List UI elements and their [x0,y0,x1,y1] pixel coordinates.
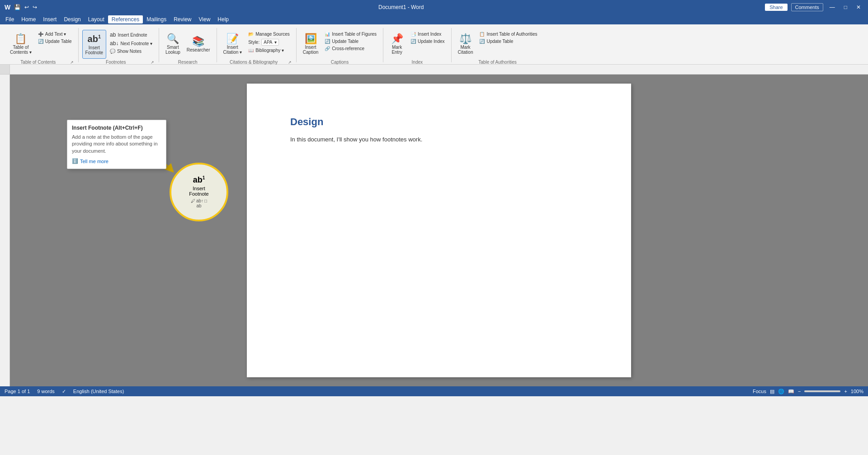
next-footnote-button[interactable]: ab↓ Next Footnote ▾ [107,39,155,47]
insert-footnote-icon: ab1 [88,34,101,44]
menu-insert[interactable]: Insert [39,15,60,23]
tooltip-link-label[interactable]: Tell me more [80,159,108,164]
close-button[interactable]: ✕ [854,3,863,11]
menu-review[interactable]: Review [170,15,195,23]
toc-label: Table ofContents ▾ [10,45,32,55]
ribbon: 📋 Table ofContents ▾ ➕ Add Text ▾ 🔄 Upda… [0,24,868,65]
update-toa-icon: 🔄 [479,39,485,44]
zoom-in-button[interactable]: + [844,389,847,394]
toc-icon: 📋 [14,34,27,44]
style-select[interactable]: APA ▾ [261,39,278,46]
update-table-toc-button[interactable]: 🔄 Update Table [35,38,75,45]
update-index-button[interactable]: 🔄 Update Index [408,38,448,45]
insert-endnote-button[interactable]: ab Insert Endnote [107,31,155,39]
maximize-button[interactable]: □ [841,3,850,11]
quick-access-undo[interactable]: ↩ [24,4,29,10]
doc-page: Design In this document, I'll show you h… [247,84,631,377]
style-chevron: ▾ [274,40,277,45]
update-toa-button[interactable]: 🔄 Update Table [476,38,540,45]
group-table-of-authorities: ⚖️ MarkCitation 📋 Insert Table of Author… [452,28,544,62]
language-icon: ✓ [62,389,66,394]
insert-caption-button[interactable]: 🖼️ InsertCaption [300,30,321,59]
insert-toa-icon: 📋 [479,32,485,37]
researcher-button[interactable]: 📚 Researcher [184,30,213,59]
info-icon: ℹ️ [72,158,78,164]
citations-expand-icon[interactable]: ↗ [287,60,292,65]
menu-layout[interactable]: Layout [85,15,108,23]
menu-references[interactable]: References [108,15,143,23]
mark-entry-icon: 📌 [391,34,403,44]
menu-help[interactable]: Help [214,15,232,23]
doc-body[interactable]: In this document, I'll show you how foot… [290,135,588,144]
menu-mailings[interactable]: Mailings [143,15,170,23]
tooltip-description: Add a note at the bottom of the page pro… [72,134,161,155]
menu-design[interactable]: Design [60,15,84,23]
insert-footnote-button[interactable]: ab1 InsertFootnote [82,30,106,59]
show-notes-button[interactable]: 💬 Show Notes [107,48,155,55]
menu-home[interactable]: Home [18,15,39,23]
group-footnotes-items: ab1 InsertFootnote ab Insert Endnote ab↓… [82,30,155,59]
update-table-toc-label: Update Table [45,39,72,44]
cross-reference-button[interactable]: 🔗 Cross-reference [322,45,379,52]
insert-caption-icon: 🖼️ [305,34,317,44]
group-table-of-contents: 📋 Table ofContents ▾ ➕ Add Text ▾ 🔄 Upda… [4,28,79,62]
toa-small-group: 📋 Insert Table of Authorities 🔄 Update T… [476,30,540,46]
share-button[interactable]: Share [765,4,787,11]
mark-citation-icon: ⚖️ [459,34,472,44]
style-value: APA [264,40,272,45]
manage-sources-icon: 📂 [248,32,254,37]
read-mode-icon[interactable]: 📖 [788,389,794,394]
table-of-contents-button[interactable]: 📋 Table ofContents ▾ [7,30,34,59]
group-captions: 🖼️ InsertCaption 📊 Insert Table of Figur… [297,28,383,62]
circle-label: Insert Footnote [189,186,208,197]
focus-label[interactable]: Focus [753,389,766,394]
menu-file[interactable]: File [2,15,18,23]
status-bar: Page 1 of 1 9 words ✓ English (United St… [0,386,868,396]
doc-heading: Design [290,116,588,128]
manage-sources-button[interactable]: 📂 Manage Sources [245,31,292,38]
researcher-label: Researcher [187,47,210,52]
insert-table-of-figures-button[interactable]: 📊 Insert Table of Figures [322,31,379,38]
citations-small-group: 📂 Manage Sources Style: APA ▾ 📖 Bibliogr… [245,30,292,55]
page-count: Page 1 of 1 [5,389,30,394]
comments-button[interactable]: Comments [791,3,823,11]
minimize-button[interactable]: — [827,3,838,11]
show-notes-icon: 💬 [110,49,115,54]
mark-entry-button[interactable]: 📌 MarkEntry [387,30,407,59]
insert-tof-icon: 📊 [325,32,330,37]
language[interactable]: English (United States) [73,389,124,394]
web-layout-icon[interactable]: 🌐 [778,389,784,394]
insert-index-button[interactable]: 📑 Insert Index [408,31,448,38]
circle-icon: ab1 [193,176,205,184]
bibliography-button[interactable]: 📖 Bibliography ▾ [245,47,292,54]
horizontal-ruler [10,65,868,74]
group-research: 🔍 SmartLookup 📚 Researcher Research [159,28,217,62]
quick-access-redo[interactable]: ↪ [33,4,37,10]
quick-access-save[interactable]: 💾 [14,4,21,10]
insert-footnote-label: InsertFootnote [85,45,103,55]
insert-citation-button[interactable]: 📝 InsertCitation ▾ [221,30,245,59]
tooltip-link[interactable]: ℹ️ Tell me more [72,158,161,164]
circle-highlight: ab1 Insert Footnote 🖊ab↑□ ab [170,163,228,221]
toc-expand-icon[interactable]: ↗ [69,60,75,65]
zoom-out-button[interactable]: − [798,389,801,394]
print-layout-icon[interactable]: ▤ [770,389,774,394]
mark-citation-button[interactable]: ⚖️ MarkCitation [455,30,476,59]
menu-view[interactable]: View [195,15,214,23]
group-index-items: 📌 MarkEntry 📑 Insert Index 🔄 Update Inde… [387,30,448,59]
group-index: 📌 MarkEntry 📑 Insert Index 🔄 Update Inde… [383,28,452,62]
add-text-label: Add Text ▾ [45,32,66,37]
add-text-button[interactable]: ➕ Add Text ▾ [35,31,75,38]
style-dropdown[interactable]: Style: APA ▾ [245,38,292,47]
group-toa-items: ⚖️ MarkCitation 📋 Insert Table of Author… [455,30,540,59]
zoom-slider[interactable] [804,390,840,392]
zoom-level[interactable]: 100% [851,389,863,394]
footnotes-expand-icon[interactable]: ↗ [150,60,155,65]
smart-lookup-button[interactable]: 🔍 SmartLookup [163,30,183,59]
title-bar-right: Share Comments — □ ✕ [765,3,863,11]
update-table-captions-button[interactable]: 🔄 Update Table [322,38,379,45]
circle-extra: 🖊ab↑□ ab [191,198,207,208]
status-right: Focus ▤ 🌐 📖 − + 100% [753,389,863,394]
bibliography-label: Bibliography ▾ [255,48,284,53]
insert-toa-button[interactable]: 📋 Insert Table of Authorities [476,31,540,38]
